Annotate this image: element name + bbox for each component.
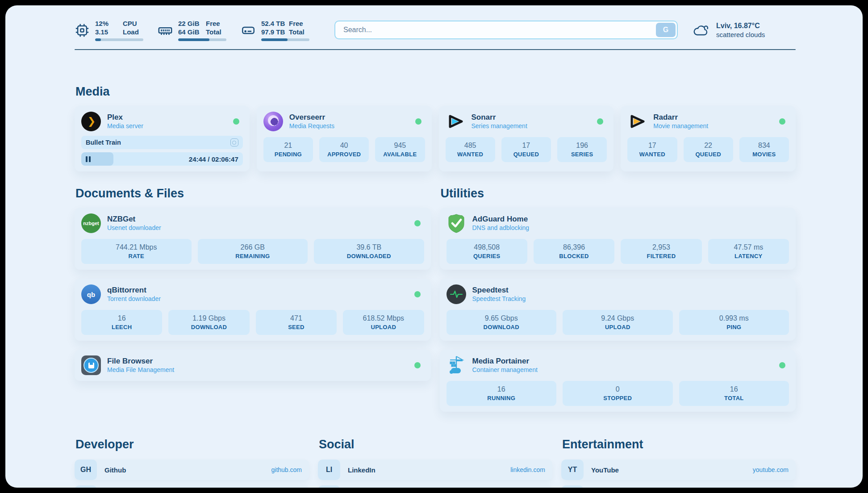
- status-dot: [414, 220, 421, 226]
- stat-leech: 16 LEECH: [81, 310, 162, 335]
- adguard-icon: [447, 213, 466, 233]
- stat-download: 1.19 Gbps DOWNLOAD: [168, 310, 249, 335]
- service-card-plex[interactable]: ❯ Plex Media server Bullet Train 24:44 /…: [75, 106, 250, 171]
- service-subtitle: Torrent downloader: [107, 295, 161, 303]
- weather-condition: scattered clouds: [716, 30, 765, 39]
- stat-wanted: 17 WANTED: [627, 137, 677, 162]
- section-title-documents: Documents & Files: [75, 187, 431, 201]
- service-title: Radarr: [653, 113, 708, 122]
- service-card-overseerr[interactable]: Overseerr Media Requests 21 PENDING 40 A…: [257, 106, 432, 171]
- filebrowser-icon: [81, 355, 101, 375]
- memory-free-value: 22 GiB: [178, 19, 200, 28]
- view-stream-icon[interactable]: [230, 138, 238, 146]
- stat-ping: 0.993 ms PING: [679, 310, 789, 335]
- stat-running: 16 RUNNING: [447, 381, 557, 406]
- stat-download: 9.65 Gbps DOWNLOAD: [447, 310, 557, 335]
- pause-icon[interactable]: [86, 156, 91, 162]
- stat-rate: 744.21 Mbps RATE: [81, 239, 192, 264]
- memory-icon: [158, 23, 173, 38]
- status-dot: [779, 118, 785, 125]
- bookmark-url[interactable]: github.com: [271, 460, 309, 480]
- bookmark-github[interactable]: GH Github github.com: [75, 460, 309, 480]
- bookmark-name: LinkedIn: [340, 460, 510, 480]
- service-card-radarr[interactable]: Radarr Movie management 17 WANTED 22 QUE…: [621, 106, 796, 171]
- service-subtitle: Container management: [472, 366, 538, 374]
- plex-now-playing: Bullet Train: [81, 136, 243, 149]
- bookmark-abbr: YT: [561, 460, 584, 480]
- status-dot: [597, 118, 603, 125]
- disk-free-value: 52.4 TB: [261, 19, 285, 28]
- bookmark-name: YouTube: [584, 460, 753, 480]
- stat-seed: 471 SEED: [256, 310, 337, 335]
- bookmark-name: Github: [97, 460, 271, 480]
- stat-upload: 618.52 Mbps UPLOAD: [343, 310, 424, 335]
- section-title-media: Media: [75, 85, 796, 99]
- disk-total-label: Total: [289, 28, 305, 36]
- bookmark-url[interactable]: stackoverflow.com: [251, 485, 309, 488]
- status-dot: [233, 118, 239, 125]
- bookmark-name: Netflix: [584, 485, 759, 488]
- bookmark-stackoverflow[interactable]: SO StackOverflow stackoverflow.com: [75, 485, 309, 488]
- stream-title: Bullet Train: [86, 139, 121, 146]
- stat-upload: 9.24 Gbps UPLOAD: [563, 310, 673, 335]
- plex-stream-progress: 24:44 / 02:06:47: [81, 152, 243, 166]
- stat-stopped: 0 STOPPED: [563, 381, 673, 406]
- service-card-nzbget[interactable]: nzbget NZBGet Usenet downloader 744.21 M…: [75, 208, 431, 270]
- bookmark-group-social: Social LI LinkedIn linkedin.com TW Twitt…: [318, 438, 552, 488]
- bookmark-netflix[interactable]: NF Netflix netflix.com: [561, 485, 796, 488]
- stat-series: 196 SERIES: [557, 137, 607, 162]
- bookmark-url[interactable]: youtube.com: [753, 460, 796, 480]
- stat-queued: 22 QUEUED: [684, 137, 733, 162]
- memory-progress-bar: [178, 38, 226, 41]
- service-card-portainer[interactable]: Media Portainer Container management 16 …: [440, 350, 796, 412]
- section-media: Media ❯ Plex Media server Bullet Train: [75, 85, 796, 171]
- bookmark-abbr: TW: [318, 485, 340, 488]
- cpu-load-value: 3.15: [95, 28, 108, 36]
- top-bar: 12% 3.15 CPU Load 22 GiB: [75, 17, 796, 43]
- stat-approved: 40 APPROVED: [319, 137, 369, 162]
- service-title: Speedtest: [472, 285, 526, 295]
- bookmark-abbr: NF: [561, 485, 584, 488]
- bookmark-url[interactable]: twitter.com: [515, 485, 552, 488]
- service-card-adguard[interactable]: AdGuard Home DNS and adblocking 498,508 …: [440, 208, 796, 270]
- bookmark-twitter[interactable]: TW Twitter twitter.com: [318, 485, 552, 488]
- service-title: Plex: [107, 113, 143, 122]
- sonarr-icon: [446, 112, 465, 131]
- cpu-load-label: Load: [123, 28, 139, 36]
- service-title: File Browser: [107, 356, 174, 366]
- bookmark-linkedin[interactable]: LI LinkedIn linkedin.com: [318, 460, 552, 480]
- status-dot: [779, 362, 785, 368]
- search-provider-button[interactable]: G: [656, 23, 676, 37]
- service-card-sonarr[interactable]: Sonarr Series management 485 WANTED 17 Q…: [439, 106, 614, 171]
- stat-remaining: 266 GB REMAINING: [198, 239, 308, 264]
- cpu-icon: [75, 23, 90, 38]
- section-title-social: Social: [319, 438, 552, 451]
- service-card-speedtest[interactable]: Speedtest Speedtest Tracking 9.65 Gbps D…: [440, 279, 796, 341]
- topbar-divider: [75, 49, 796, 50]
- status-dot: [415, 118, 421, 125]
- bookmark-youtube[interactable]: YT YouTube youtube.com: [561, 460, 796, 480]
- stat-wanted: 485 WANTED: [446, 137, 495, 162]
- overseerr-icon: [263, 112, 283, 131]
- stat-downloaded: 39.6 TB DOWNLOADED: [314, 239, 424, 264]
- service-subtitle: DNS and adblocking: [472, 224, 530, 232]
- search-bar: G: [334, 21, 678, 39]
- service-card-qbittorrent[interactable]: qb qBittorrent Torrent downloader 16 LEE…: [75, 279, 431, 341]
- cpu-usage-value: 12%: [95, 19, 108, 28]
- section-title-utilities: Utilities: [441, 187, 796, 201]
- weather-widget[interactable]: Lviv, 16.87°C scattered clouds: [693, 21, 796, 39]
- disk-progress-bar: [261, 38, 309, 41]
- service-title: qBittorrent: [107, 285, 161, 295]
- radarr-icon: [627, 112, 647, 131]
- search-input[interactable]: [334, 21, 678, 39]
- utilities-column: AdGuard Home DNS and adblocking 498,508 …: [440, 208, 796, 412]
- bookmark-url[interactable]: netflix.com: [759, 485, 796, 488]
- portainer-icon: [447, 355, 466, 375]
- nzbget-icon: nzbget: [81, 213, 101, 233]
- documents-column: nzbget NZBGet Usenet downloader 744.21 M…: [75, 208, 431, 381]
- service-subtitle: Media server: [107, 122, 143, 130]
- disk-total-value: 97.9 TB: [261, 28, 285, 36]
- stat-latency: 47.57 ms LATENCY: [708, 239, 789, 264]
- bookmark-url[interactable]: linkedin.com: [510, 460, 552, 480]
- service-card-filebrowser[interactable]: File Browser Media File Management: [75, 350, 431, 381]
